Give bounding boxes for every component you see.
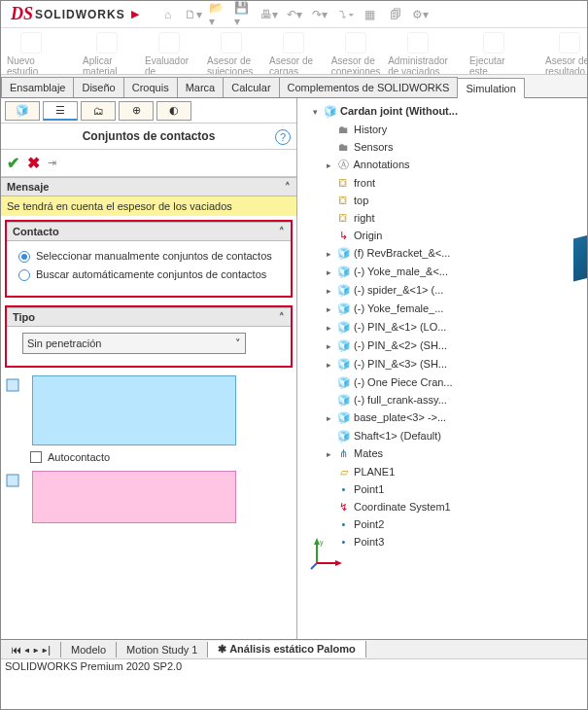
view-triad-icon[interactable]: y [309,536,344,571]
tree-item[interactable]: ▸⋔ Mates [327,444,585,463]
tab-simulation[interactable]: Simulation [457,78,524,98]
tree-item[interactable]: ▸🧊 (-) PIN_&<1> (LO... [327,318,585,337]
ok-button[interactable]: ✔ [7,154,19,172]
tree-item[interactable]: ▸🧊 (f) RevBracket_&<... [327,244,585,263]
help-icon[interactable]: ? [275,129,291,145]
study-tabs: ⏮ ◀ ▶ ▶| Modelo Motion Study 1 ✱ Análisi… [1,639,587,658]
logo-ds-icon: DS [11,4,33,24]
ribbon-new-study[interactable]: Nuevo estudio [7,32,55,75]
tipo-highlight: Tipo ˄ Sin penetración ˅ [5,305,293,368]
radio-auto[interactable]: Buscar automáticamente conjuntos de cont… [18,266,279,284]
tab-croquis[interactable]: Croquis [123,77,178,97]
mgr-tab-feature[interactable]: 🧊 [5,101,40,121]
tab-diseno[interactable]: Diseño [73,77,123,97]
btab-analisis[interactable]: ✱ Análisis estático Palomo [208,641,365,657]
new-icon[interactable]: 🗋▾ [184,5,203,24]
mgr-tab-dim[interactable]: ⊕ [119,101,154,121]
tree-item[interactable]: ▸🧊 base_plate<3> ->... [327,408,585,427]
tree-item-label: Mates [354,447,383,459]
tab-calcular[interactable]: Calcular [223,77,279,97]
ribbon-loads[interactable]: Asesor de cargas externas [269,32,318,75]
tree-root[interactable]: Cardan joint (Without... [340,105,458,117]
settings-icon[interactable]: ⚙▾ [411,5,431,24]
radio-manual[interactable]: Seleccionar manualmente conjuntos de con… [18,247,279,266]
loads-icon [283,32,304,53]
tree-item[interactable]: 🖿 Sensors [327,138,585,156]
section-contacto-header[interactable]: Contacto ˄ [7,222,291,241]
tree-item[interactable]: ↳ Origin [327,227,585,244]
mgr-tab-config[interactable]: 🗂 [81,101,116,121]
tree-item[interactable]: ⛋ right [327,209,585,227]
svg-rect-0 [7,379,18,391]
cancel-button[interactable]: ✖ [27,154,40,172]
part-icon: 🧊 [336,318,351,336]
face-set2-list[interactable] [32,471,236,523]
btab-motion[interactable]: Motion Study 1 [117,642,208,657]
tree-item[interactable]: 🧊 (-) full_crank-assy... [327,391,585,408]
tree-item[interactable]: ▸🧊 (-) spider_&<1> (... [327,281,585,300]
pin-button[interactable]: ⇥ [48,157,56,169]
btab-modelo[interactable]: Modelo [61,642,117,657]
tree-item[interactable]: ⛋ front [327,174,585,192]
tree-item[interactable]: ↯ Coordinate System1 [327,498,585,515]
tree-item[interactable]: ▸🧊 (-) PIN_&<2> (SH... [327,337,585,355]
feature-tree[interactable]: ▾🧊 Cardan joint (Without... 🖿 History🖿 S… [297,98,587,554]
tree-item[interactable]: • Point2 [327,515,585,533]
mgr-tab-sim[interactable]: ◐ [156,101,191,121]
face-set1-list[interactable] [32,375,236,445]
nav-start[interactable]: ⏮ ◀ ▶ ▶| [1,642,61,657]
app-logo: DS SOLIDWORKS ▶ [5,4,145,24]
tree-item-label: (f) RevBracket_&<... [354,247,450,259]
autocontact-row[interactable]: Autocontacto [30,451,296,463]
tree-item[interactable]: • Point1 [327,480,585,498]
tree-item-label: Point3 [354,536,384,548]
redo-icon[interactable]: ↷▾ [310,5,329,24]
tree-item[interactable]: ▸🧊 (-) PIN_&<3> (SH... [327,355,585,373]
section-tipo-header[interactable]: Tipo ˄ [7,307,291,327]
btab-analisis-label: Análisis estático Palomo [229,643,356,655]
part-icon: 🧊 [336,337,351,354]
tab-ensamblaje[interactable]: Ensamblaje [1,77,74,97]
chevron-down-icon: ˅ [235,337,241,350]
tree-item[interactable]: ▱ PLANE1 [327,463,585,480]
ribbon-sim-eval[interactable]: Evaluador de simulación [145,32,193,75]
ribbon-run[interactable]: Ejecutar este estudio [469,32,518,75]
tipo-combobox[interactable]: Sin penetración ˅ [22,333,246,354]
open-icon[interactable]: 📂▾ [209,5,228,24]
part-icon: 🧊 [336,281,351,299]
tree-item[interactable]: ⛋ top [327,192,585,209]
results-icon [559,32,580,53]
tree-item[interactable]: 🖿 History [327,121,585,138]
tree-item[interactable]: 🧊 Shaft<1> (Default) [327,427,585,444]
checkbox-icon [30,451,42,463]
ribbon-fixtures[interactable]: Asesor de sujeciones [207,32,256,75]
undo-icon[interactable]: ↶▾ [285,5,304,24]
tree-item[interactable]: ▸🧊 (-) Yoke_male_&<... [327,263,585,281]
tree-item-label: (-) Yoke_male_&<... [354,266,448,277]
options-icon[interactable]: 🗐 [386,5,405,24]
tree-item-label: Shaft<1> (Default) [354,430,441,442]
section-mensaje-header[interactable]: Mensaje ˄ [1,177,296,196]
tree-item-label: Annotations [353,159,409,170]
print-icon[interactable]: 🖶▾ [259,5,279,24]
part-icon: 🧊 [336,263,351,280]
rebuild-icon[interactable]: ▦ [361,5,380,24]
save-icon[interactable]: 💾▾ [234,5,254,24]
tree-item[interactable]: 🧊 (-) One Piece Cran... [327,373,585,391]
ribbon-shell[interactable]: Administrador de vaciados [394,32,442,75]
face-set2-icon [5,471,22,488]
tree-item[interactable]: ▸Ⓐ Annotations [327,156,585,174]
ribbon-material[interactable]: Aplicar material [83,32,131,75]
tab-complementos[interactable]: Complementos de SOLIDWORKS [279,77,459,97]
select-icon[interactable]: ⭝▾ [335,5,355,24]
ribbon-results[interactable]: Asesor de resultado [545,32,587,75]
home-icon[interactable]: ⌂ [158,5,178,24]
tree-item[interactable]: • Point3 [327,533,585,550]
status-bar: SOLIDWORKS Premium 2020 SP2.0 [1,658,587,676]
mgr-tab-property[interactable]: ☰ [43,101,78,121]
tab-marca[interactable]: Marca [177,77,225,97]
ribbon-connections[interactable]: Asesor de conexiones [331,32,380,75]
part-icon: 🧊 [336,408,351,426]
chevron-right-icon[interactable]: ▶ [131,8,139,20]
tree-item[interactable]: ▸🧊 (-) Yoke_female_... [327,300,585,318]
